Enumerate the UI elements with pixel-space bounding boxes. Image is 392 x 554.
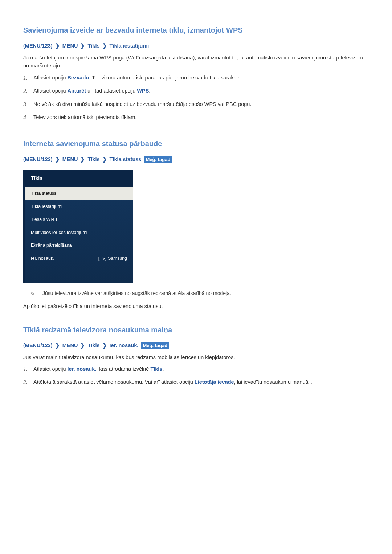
section-title: Savienojuma izveide ar bezvadu interneta… bbox=[23, 25, 369, 36]
tv-menu-panel: Tīkls Tīkla statussTīkla iestatījumiTieš… bbox=[23, 170, 133, 283]
section-status: Interneta savienojuma statusa pārbaude (… bbox=[23, 138, 369, 311]
paren-close: ) bbox=[51, 156, 53, 162]
menu-item-label: Tīkla statuss bbox=[31, 190, 56, 197]
step-number: 2. bbox=[23, 378, 28, 387]
step-bold2: WPS bbox=[137, 88, 149, 94]
step-item: 2. Attēlotajā sarakstā atlasiet vēlamo n… bbox=[33, 378, 369, 386]
menu-item-label: Tīkla iestatījumi bbox=[31, 203, 62, 210]
bc-last: Tīkla statuss bbox=[110, 156, 142, 162]
menu-item-label: Tiešais Wi-Fi bbox=[31, 216, 57, 223]
section-wps: Savienojuma izveide ar bezvadu interneta… bbox=[23, 25, 369, 122]
chevron-right-icon: ❯ bbox=[80, 156, 85, 164]
menu-item-label: Ier. nosauk. bbox=[31, 255, 54, 262]
body-text: Jūs varat mainīt televizora nosaukumu, k… bbox=[23, 353, 369, 361]
bc-menunum: MENU/123 bbox=[25, 43, 51, 49]
intro-text: Ja maršrutētājam ir nospiežama WPS poga … bbox=[23, 54, 369, 70]
step-bold: Lietotāja ievade bbox=[195, 379, 234, 385]
step-item: 3. Ne vēlāk kā divu minūšu laikā nospied… bbox=[33, 100, 369, 108]
try-now-badge: Mēģ. tagad bbox=[144, 156, 172, 164]
note-text: Jūsu televizora izvēlne var atšķirties n… bbox=[42, 290, 231, 298]
chevron-right-icon: ❯ bbox=[80, 42, 85, 50]
step-text-post: . bbox=[162, 366, 164, 372]
chevron-right-icon: ❯ bbox=[55, 342, 60, 350]
menu-item[interactable]: Ier. nosauk.[TV] Samsung bbox=[25, 252, 133, 265]
menu-item[interactable]: Ekrāna pārraidīšana bbox=[25, 239, 133, 252]
step-number: 1. bbox=[23, 74, 28, 83]
chevron-right-icon: ❯ bbox=[80, 342, 85, 350]
pencil-icon: ✎ bbox=[30, 290, 35, 298]
step-text-mid: un tad atlasiet opciju bbox=[86, 88, 137, 94]
bc-menunum: MENU/123 bbox=[25, 342, 51, 348]
step-number: 2. bbox=[23, 87, 28, 96]
breadcrumb: (MENU/123) ❯ MENU ❯ Tīkls ❯ Tīkla iestat… bbox=[23, 42, 369, 50]
bc-tikls: Tīkls bbox=[87, 43, 99, 49]
step-text-pre: Atlasiet opciju bbox=[33, 88, 68, 94]
step-number: 3. bbox=[23, 100, 28, 109]
step-text-post: , lai ievadītu nosaukumu manuāli. bbox=[234, 379, 312, 385]
paren-close: ) bbox=[51, 342, 53, 348]
menu-item-label: Ekrāna pārraidīšana bbox=[31, 242, 72, 249]
step-item: 1. Atlasiet opciju Bezvadu. Televizorā a… bbox=[33, 74, 369, 82]
step-text-mid: , kas atrodama izvēlnē bbox=[96, 366, 150, 372]
step-text: Televizors tiek automātiski pievienots t… bbox=[33, 114, 136, 120]
bc-menu: MENU bbox=[62, 342, 78, 348]
step-item: 1. Atlasiet opciju Ier. nosauk., kas atr… bbox=[33, 365, 369, 373]
menu-item[interactable]: Tīkla iestatījumi bbox=[25, 200, 133, 213]
menu-item-label: Multivides ierīces iestatījumi bbox=[31, 229, 87, 236]
menu-spacer bbox=[25, 265, 133, 283]
step-bold: Apturēt bbox=[68, 88, 86, 94]
chevron-right-icon: ❯ bbox=[102, 42, 107, 50]
breadcrumb: (MENU/123) ❯ MENU ❯ Tīkls ❯ Ier. nosauk.… bbox=[23, 342, 369, 350]
step-bold: Bezvadu bbox=[68, 75, 89, 81]
chevron-right-icon: ❯ bbox=[55, 42, 60, 50]
bc-menu: MENU bbox=[62, 43, 78, 49]
step-item: 4. Televizors tiek automātiski pievienot… bbox=[33, 113, 369, 121]
bc-last: Tīkla iestatījumi bbox=[110, 43, 149, 49]
step-bold2: Tīkls bbox=[150, 366, 162, 372]
bc-menunum: MENU/123 bbox=[25, 156, 51, 162]
breadcrumb: (MENU/123) ❯ MENU ❯ Tīkls ❯ Tīkla status… bbox=[23, 156, 369, 164]
step-text-post: . bbox=[149, 88, 150, 94]
menu-item[interactable]: Tīkla statuss bbox=[25, 187, 133, 200]
bc-tikls: Tīkls bbox=[87, 342, 99, 348]
menu-item-value: [TV] Samsung bbox=[98, 255, 127, 262]
body-text: Aplūkojiet pašreizējo tīkla un interneta… bbox=[23, 302, 369, 310]
bc-tikls: Tīkls bbox=[87, 156, 99, 162]
step-bold: Ier. nosauk. bbox=[68, 366, 97, 372]
step-text-pre: Atlasiet opciju bbox=[33, 75, 68, 81]
chevron-right-icon: ❯ bbox=[55, 156, 60, 164]
step-text: Ne vēlāk kā divu minūšu laikā nospiediet… bbox=[33, 101, 251, 107]
step-item: 2. Atlasiet opciju Apturēt un tad atlasi… bbox=[33, 87, 369, 95]
step-number: 1. bbox=[23, 365, 28, 374]
note: ✎ Jūsu televizora izvēlne var atšķirties… bbox=[23, 290, 369, 298]
bc-menu: MENU bbox=[62, 156, 78, 162]
step-number: 4. bbox=[23, 113, 28, 122]
steps-list: 1. Atlasiet opciju Bezvadu. Televizorā a… bbox=[23, 74, 369, 122]
chevron-right-icon: ❯ bbox=[102, 342, 107, 350]
section-title: Tīklā redzamā televizora nosaukuma maiņa bbox=[23, 324, 369, 335]
steps-list: 1. Atlasiet opciju Ier. nosauk., kas atr… bbox=[23, 365, 369, 386]
paren-close: ) bbox=[51, 43, 53, 49]
step-text-pre: Atlasiet opciju bbox=[33, 366, 68, 372]
menu-item[interactable]: Tiešais Wi-Fi bbox=[25, 213, 133, 226]
step-text-post: . Televizorā automātiski parādās pieejam… bbox=[89, 75, 242, 81]
section-title: Interneta savienojuma statusa pārbaude bbox=[23, 138, 369, 149]
chevron-right-icon: ❯ bbox=[102, 156, 107, 164]
step-text-pre: Attēlotajā sarakstā atlasiet vēlamo nosa… bbox=[33, 379, 195, 385]
panel-title: Tīkls bbox=[25, 170, 133, 187]
bc-last: Ier. nosauk. bbox=[110, 342, 139, 348]
menu-item[interactable]: Multivides ierīces iestatījumi bbox=[25, 226, 133, 239]
section-rename: Tīklā redzamā televizora nosaukuma maiņa… bbox=[23, 324, 369, 386]
try-now-badge: Mēģ. tagad bbox=[141, 342, 169, 350]
